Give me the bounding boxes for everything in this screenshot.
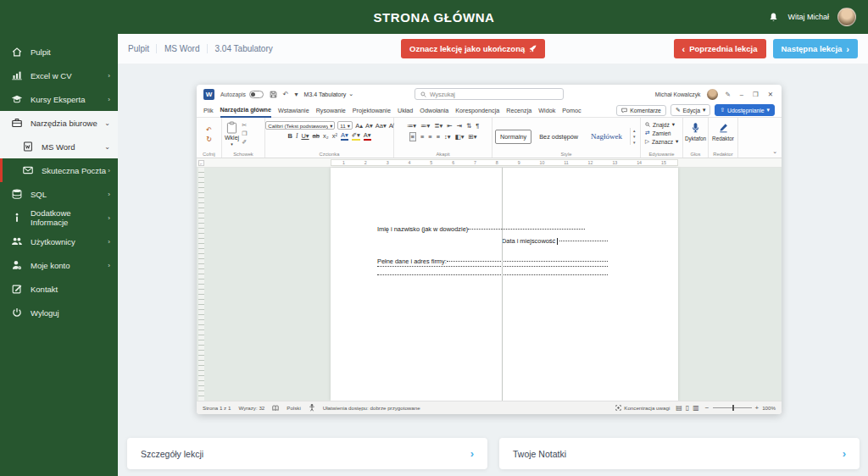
sidebar-item-pulpit[interactable]: Pulpit [0, 40, 118, 64]
redo-icon[interactable]: ↻ [206, 136, 212, 144]
line-spacing-icon[interactable]: ↕▾ [444, 133, 451, 141]
zoom-level[interactable]: 100% [762, 405, 776, 411]
paste-button[interactable]: Wklej ▾ [225, 121, 239, 147]
ribbon-tab[interactable]: Plik [203, 104, 214, 117]
underline-button[interactable]: U▾ [301, 132, 309, 140]
increase-indent-icon[interactable]: ⇥ [457, 122, 462, 130]
replace-button[interactable]: ⇄ Zamień [645, 130, 671, 136]
ribbon-tab[interactable]: Pomoc [562, 104, 581, 117]
ribbon-tab[interactable]: Rysowanie [316, 104, 346, 117]
minimize-icon[interactable]: – [738, 91, 745, 98]
zoom-in-button[interactable]: + [755, 404, 760, 412]
read-mode-icon[interactable]: ▤ [676, 404, 682, 412]
save-icon[interactable] [270, 91, 277, 98]
sidebar-item-narzedzia-biurowe[interactable]: Narzędzia biurowe ⌄ [0, 111, 118, 135]
page-count[interactable]: Strona 1 z 1 [203, 405, 231, 411]
editing-mode-button[interactable]: ✎ Edycja ▾ [670, 104, 711, 116]
lesson-details-card[interactable]: Szczegóły lekcji › [127, 438, 487, 469]
borders-icon[interactable]: ⊞▾ [468, 133, 476, 141]
style-heading[interactable]: Nagłówek [586, 129, 627, 144]
ribbon-tab[interactable]: Projektowanie [353, 104, 391, 117]
sidebar-item-skuteczna-poczta[interactable]: Skuteczna Poczta › [0, 158, 118, 182]
copy-icon[interactable]: ❐ [242, 130, 247, 137]
sidebar-item-moje-konto[interactable]: Moje konto › [0, 253, 118, 277]
clear-formatting-icon[interactable]: A̸ [389, 122, 393, 130]
ribbon-tab[interactable]: Recenzja [506, 104, 531, 117]
zoom-slider[interactable] [713, 407, 752, 408]
font-color-icon[interactable]: A▾ [364, 132, 371, 141]
ribbon-tab[interactable]: Odwołania [420, 104, 448, 117]
numbered-list-icon[interactable]: ≕▾ [420, 122, 430, 130]
align-right-button[interactable]: ≡ [428, 133, 431, 141]
sidebar-item-uzytkownicy[interactable]: Użytkownicy › [0, 230, 118, 253]
restore-icon[interactable]: ❐ [751, 91, 760, 98]
doc-line-3[interactable]: Pełne dane i adres firmy: [377, 257, 447, 265]
sidebar-item-kursy-eksperta[interactable]: Kursy Eksperta › [0, 87, 118, 111]
bullet-list-icon[interactable]: ≔▾ [407, 122, 416, 130]
breadcrumb-item[interactable]: Pulpit [128, 44, 149, 53]
italic-button[interactable]: I [296, 132, 298, 140]
horizontal-ruler[interactable]: ⌐ 123456789101112131415 [197, 158, 782, 168]
tab-selector-icon[interactable]: ⌐ [198, 160, 204, 166]
breadcrumb-item[interactable]: MS Word [156, 44, 200, 53]
superscript-button[interactable]: x² [332, 132, 337, 140]
mark-lesson-complete-button[interactable]: Oznacz lekcję jako ukończoną [401, 39, 545, 58]
font-size-select[interactable]: 11▾ [337, 121, 353, 130]
redo-icon[interactable]: ▾ [295, 91, 298, 98]
language-indicator[interactable]: Polski [287, 405, 301, 411]
collapse-ribbon-icon[interactable]: ⌄ [772, 148, 777, 155]
sort-icon[interactable]: ⇅ [466, 122, 471, 130]
undo-icon[interactable]: ↶ [206, 127, 212, 135]
pilcrow-icon[interactable]: ¶ [476, 122, 479, 130]
doc-line-2[interactable]: Data i miejscowość [502, 237, 555, 245]
word-user-avatar[interactable] [707, 89, 718, 100]
bell-icon[interactable] [768, 12, 779, 23]
web-layout-icon[interactable]: ▥ [693, 404, 699, 412]
zoom-slider-knob[interactable] [732, 405, 735, 411]
sidebar-item-kontakt[interactable]: Kontakt [0, 277, 118, 301]
select-button[interactable]: ▷ Zaznacz▾ [645, 138, 678, 145]
grow-font-icon[interactable]: A▴ [355, 122, 363, 130]
close-icon[interactable]: ✕ [766, 91, 775, 98]
undo-icon[interactable]: ↶ [283, 91, 289, 98]
previous-lesson-button[interactable]: ‹ Poprzednia lekcja [674, 39, 766, 58]
shading-icon[interactable]: ◧▾ [455, 133, 465, 141]
highlight-icon[interactable]: ✐▾ [352, 132, 360, 141]
ribbon-tab[interactable]: Korespondencja [455, 104, 499, 117]
word-search-box[interactable]: Wyszukaj [415, 88, 564, 100]
autosave-toggle[interactable] [249, 91, 264, 98]
focus-mode-button[interactable]: Koncentracja uwagi [615, 405, 670, 411]
subscript-button[interactable]: x₂ [323, 132, 329, 140]
pen-icon[interactable]: ✎ [724, 91, 732, 98]
find-button[interactable]: Znajdź▾ [645, 121, 675, 128]
autosave-control[interactable]: Autozapis [220, 91, 264, 98]
style-no-spacing[interactable]: Bez odstępów [534, 130, 583, 144]
accessibility-icon[interactable] [309, 404, 315, 412]
align-left-button[interactable]: ≡ [409, 132, 416, 141]
sidebar-item-wyloguj[interactable]: Wyloguj [0, 301, 118, 324]
sidebar-item-sql[interactable]: SQL › [0, 182, 118, 206]
print-layout-icon[interactable]: ▯ [686, 404, 689, 412]
accessibility-status[interactable]: Ułatwienia dostępu: dobrze przygotowane [323, 405, 420, 411]
document-page[interactable]: Imię i nazwisko (jak w dowodzie) Data i … [331, 168, 678, 401]
multilevel-list-icon[interactable]: ≣▾ [434, 122, 442, 130]
ribbon-tab[interactable]: Wstawianie [278, 104, 309, 117]
change-case-icon[interactable]: Aa▾ [376, 122, 387, 130]
text-effects-icon[interactable]: A▾ [341, 132, 348, 141]
decrease-indent-icon[interactable]: ⇤ [447, 122, 452, 130]
zoom-out-button[interactable]: − [705, 404, 709, 412]
your-notes-card[interactable]: Twoje Notatki › [499, 438, 860, 469]
document-name[interactable]: M3.4 Tabulatory ⌄ [304, 91, 354, 97]
cut-icon[interactable]: ✂ [242, 122, 247, 129]
ribbon-tab[interactable]: Układ [398, 104, 413, 117]
word-count[interactable]: Wyrazy: 32 [238, 405, 264, 411]
proofing-icon[interactable] [272, 405, 279, 412]
editor-button[interactable]: Redaktor [712, 120, 734, 141]
ribbon-tab[interactable]: Narzędzia główne [220, 103, 271, 118]
next-lesson-button[interactable]: Następna lekcja › [773, 39, 859, 58]
style-normal[interactable]: Normalny [495, 130, 531, 144]
strikethrough-button[interactable]: ab [313, 132, 320, 140]
doc-line-1[interactable]: Imię i nazwisko (jak w dowodzie) [377, 225, 468, 233]
share-button[interactable]: ⇧ Udostępnianie ▾ [715, 104, 775, 116]
font-name-select[interactable]: Calibri (Tekst podstawowy)▾ [265, 121, 335, 130]
